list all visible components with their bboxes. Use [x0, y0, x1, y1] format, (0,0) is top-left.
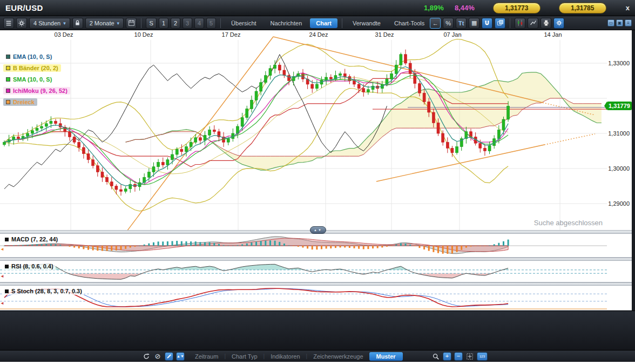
- stoch-label: S Stoch (28, 8, 3, 0.7, 0.3): [3, 287, 84, 295]
- legend-color-icon: [6, 100, 10, 104]
- stoch-panel[interactable]: S Stoch (28, 8, 3, 0.7, 0.3) ◄: [0, 286, 632, 311]
- interval-dropdown[interactable]: 4 Stunden ▾: [29, 18, 70, 29]
- change-percent-1: 1,89%: [424, 4, 444, 12]
- footer-tab-separator: |: [224, 353, 226, 359]
- chevron-down-icon: ▾: [63, 21, 66, 26]
- window-right-border: [632, 30, 635, 311]
- candlestick-chart[interactable]: [0, 30, 607, 230]
- footer-left-icons: ⊘ ▲▼: [142, 352, 185, 361]
- menu-icon[interactable]: [3, 18, 14, 29]
- x-axis-label: 31 Dez: [368, 31, 401, 38]
- buy-price-button[interactable]: 1,31785: [559, 3, 606, 14]
- legend-item-label: EMA (10, 0, S): [13, 53, 52, 60]
- grid-icon[interactable]: ▦: [469, 18, 479, 29]
- selection-zoom-icon[interactable]: [465, 352, 474, 361]
- layers-icon[interactable]: [495, 18, 505, 29]
- percent-scale-icon[interactable]: %: [443, 18, 454, 29]
- footer-tab-separator: |: [306, 353, 308, 359]
- footer-right-icons: + − 123: [431, 352, 488, 361]
- numeric-display-icon[interactable]: 123: [477, 352, 488, 361]
- range-dropdown[interactable]: 2 Monate ▾: [85, 18, 124, 29]
- x-axis-label: 24 Dez: [302, 31, 335, 38]
- window-controls: ▭ ▣ ≡: [606, 19, 632, 26]
- zoom-in-icon[interactable]: +: [443, 352, 451, 361]
- tab-verwandte[interactable]: Verwandte: [347, 18, 387, 28]
- legend-item[interactable]: IchiMoku (9, 26, 52): [3, 87, 70, 95]
- layout-3-button[interactable]: 3: [183, 18, 192, 29]
- lock-icon[interactable]: [72, 18, 83, 29]
- layout-5-button[interactable]: 5: [206, 18, 216, 29]
- panel-menu-icon[interactable]: ≡: [625, 19, 632, 26]
- toolbar-separator: [220, 18, 221, 28]
- footer-tab-zeichenwerkzeuge[interactable]: Zeichenwerkzeuge: [308, 353, 368, 360]
- trading-app-window: EUR/USD 1,89% 8,44% 1,31773 1,31785 x 4 …: [0, 0, 635, 364]
- layout-1-button[interactable]: 1: [159, 18, 168, 29]
- panel-bullet-icon: [5, 289, 9, 293]
- legend-item-label: SMA (10, 0, S): [13, 76, 52, 83]
- trendline-icon[interactable]: [528, 18, 538, 29]
- refresh-icon[interactable]: [142, 352, 151, 361]
- footer-tabs: Zeitraum|Chart Typ|Indikatoren|Zeichenwe…: [190, 352, 403, 361]
- magnet-icon[interactable]: [482, 18, 492, 29]
- footer-tab-charttyp[interactable]: Chart Typ: [227, 353, 262, 360]
- footer-tab-zeitraum[interactable]: Zeitraum: [190, 353, 223, 360]
- legend-item-label: IchiMoku (9, 26, 52): [13, 87, 67, 94]
- current-price-tag: 1,31779: [607, 102, 632, 110]
- tab-uebersicht[interactable]: Übersicht: [225, 18, 262, 28]
- legend-item[interactable]: B Bänder (20, 2): [3, 64, 61, 72]
- layout-2-button[interactable]: 2: [171, 18, 180, 29]
- candle-type-icon[interactable]: [515, 18, 525, 29]
- stochastic-chart[interactable]: [0, 286, 607, 311]
- restore-icon[interactable]: ▣: [616, 19, 623, 26]
- macd-panel[interactable]: MACD (7, 22, 44) ◄: [0, 234, 632, 258]
- macd-chart[interactable]: [0, 234, 607, 258]
- x-axis-label: 17 Dez: [215, 31, 247, 38]
- legend-color-icon: [6, 55, 10, 59]
- gear-icon[interactable]: [16, 18, 27, 29]
- legend-item[interactable]: SMA (10, 0, S): [3, 76, 55, 83]
- chart-settings-icon[interactable]: [553, 18, 564, 29]
- text-tool-icon[interactable]: Tt: [456, 18, 467, 29]
- main-chart-panel[interactable]: 03 Dez10 Dez17 Dez24 Dez31 Dez07 Jan14 J…: [0, 30, 632, 230]
- x-axis-label: 10 Dez: [127, 31, 160, 38]
- y-axis-label: 1,33000: [608, 60, 630, 66]
- calendar-icon[interactable]: [126, 18, 137, 29]
- panel-bullet-icon: [5, 238, 9, 241]
- x-axis-label: 03 Dez: [48, 31, 80, 38]
- tab-chart[interactable]: Chart: [310, 18, 337, 28]
- x-axis-label: 07 Jan: [436, 31, 469, 38]
- toolbar-separator: [342, 18, 342, 28]
- close-icon[interactable]: x: [626, 4, 630, 12]
- legend-item[interactable]: Dreieck: [3, 98, 37, 106]
- pencil-icon[interactable]: [165, 352, 173, 361]
- footer-tab-separator: |: [264, 353, 265, 359]
- footer-tab-indikatoren[interactable]: Indikatoren: [266, 353, 305, 360]
- back-arrow-icon[interactable]: ←: [430, 18, 441, 29]
- instrument-header: EUR/USD 1,89% 8,44% 1,31773 1,31785 x: [0, 0, 635, 16]
- footer-tab-muster[interactable]: Muster: [369, 352, 403, 361]
- chart-toolbar: 4 Stunden ▾ 2 Monate ▾ S 1 2 3 4 5 Übers…: [0, 16, 635, 30]
- snapshot-button[interactable]: S: [146, 18, 157, 29]
- zoom-out-icon[interactable]: −: [454, 352, 463, 361]
- updown-arrows-icon[interactable]: ▲▼: [176, 352, 185, 361]
- y-axis-label: 1,31000: [608, 130, 630, 137]
- bottom-toolbar: ⊘ ▲▼ Zeitraum|Chart Typ|Indikatoren|Zeic…: [0, 350, 635, 362]
- print-icon[interactable]: [541, 18, 551, 29]
- minimize-icon[interactable]: ▭: [607, 19, 614, 26]
- layout-4-button[interactable]: 4: [194, 18, 204, 29]
- clear-drawings-icon[interactable]: ⊘: [153, 352, 162, 361]
- y-axis-label: 1,30000: [608, 165, 630, 172]
- legend-item[interactable]: EMA (10, 0, S): [3, 53, 55, 60]
- search-icon[interactable]: [431, 352, 440, 361]
- sell-price-button[interactable]: 1,31773: [493, 3, 541, 14]
- panel-resize-handle[interactable]: ▲▼: [310, 226, 326, 234]
- legend-item-label: B Bänder (20, 2): [13, 65, 58, 71]
- tab-nachrichten[interactable]: Nachrichten: [265, 18, 308, 28]
- toolbar-separator: [510, 18, 510, 28]
- rsi-chart[interactable]: [0, 261, 607, 282]
- chart-status-text: Suche abgeschlossen: [534, 219, 603, 227]
- rsi-panel[interactable]: RSI (8, 0.6, 0.4) ◄: [0, 261, 632, 282]
- y-axis-label: 1,29000: [608, 200, 630, 207]
- macd-left-marker-icon: ◄: [0, 247, 4, 252]
- header-right-group: 1,89% 8,44% 1,31773 1,31785 x: [424, 3, 630, 14]
